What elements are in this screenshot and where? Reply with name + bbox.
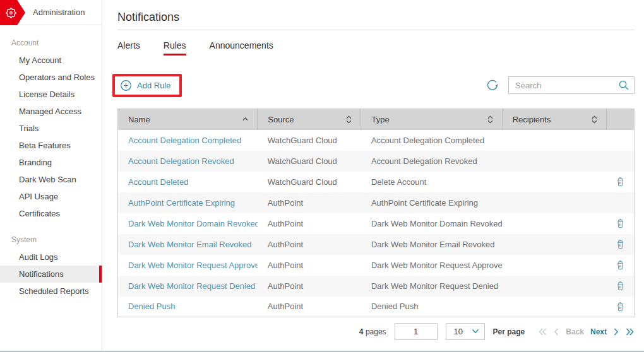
- rule-name-link[interactable]: Dark Web Monitor Domain Revoked: [128, 219, 258, 228]
- rule-type: Denied Push: [361, 296, 502, 317]
- rule-name-link[interactable]: AuthPoint Certificate Expiring: [128, 198, 235, 208]
- double-chevron-right-icon: [625, 327, 635, 336]
- pager-nav: Back Next: [538, 327, 635, 336]
- rule-type: Account Delegation Revoked: [361, 151, 502, 172]
- per-page-select[interactable]: 10: [446, 323, 485, 340]
- per-page-value: 10: [454, 327, 463, 336]
- chevron-right-icon: [613, 327, 619, 336]
- sidebar-item-api-usage[interactable]: API Usage: [0, 188, 102, 205]
- trash-icon: [615, 238, 626, 250]
- gear-icon: [4, 6, 18, 20]
- brand-flag: [0, 0, 25, 25]
- sidebar-section-label: System: [11, 235, 102, 244]
- sidebar-item-notifications[interactable]: Notifications: [0, 266, 102, 283]
- tab-announcements[interactable]: Announcements: [210, 40, 273, 56]
- sidebar-item-label: Branding: [19, 158, 52, 167]
- prev-page-button[interactable]: [554, 327, 559, 336]
- rule-recipients: [502, 276, 606, 296]
- refresh-icon[interactable]: [486, 78, 499, 92]
- delete-rule-button[interactable]: [614, 216, 627, 230]
- rule-source: AuthPoint: [258, 192, 361, 213]
- rule-recipients: [502, 234, 606, 255]
- sort-icon: [590, 115, 599, 124]
- sidebar-item-trials[interactable]: Trials: [0, 120, 102, 137]
- delete-rule-button[interactable]: [614, 237, 627, 251]
- sidebar-item-operators-and-roles[interactable]: Operators and Roles: [0, 69, 102, 86]
- page-number-input[interactable]: [395, 323, 438, 340]
- rule-recipients: [502, 192, 606, 213]
- toolbar: Add Rule: [117, 71, 635, 100]
- rule-source: WatchGuard Cloud: [258, 130, 361, 151]
- column-header-type[interactable]: Type: [361, 109, 502, 130]
- sidebar-item-beta-features[interactable]: Beta Features: [0, 137, 102, 154]
- rule-type: Dark Web Monitor Request Approved: [361, 255, 502, 276]
- sort-ascending-icon: [241, 115, 249, 123]
- rule-recipients: [502, 255, 606, 276]
- rule-name-link[interactable]: Account Delegation Revoked: [128, 156, 234, 166]
- table-row: Account Delegation Revoked WatchGuard Cl…: [118, 151, 635, 172]
- column-header-source[interactable]: Source: [258, 109, 361, 130]
- table-row: Denied Push AuthPoint Denied Push: [118, 296, 635, 317]
- sidebar-item-label: Operators and Roles: [19, 73, 95, 82]
- column-header-label: Name: [128, 115, 150, 124]
- add-rule-label: Add Rule: [137, 81, 170, 90]
- sidebar-header: Administration: [0, 0, 102, 25]
- per-page-label: Per page: [493, 327, 525, 336]
- first-page-button[interactable]: [538, 327, 547, 336]
- back-button[interactable]: Back: [566, 327, 584, 336]
- rule-type: Dark Web Monitor Email Revoked: [361, 234, 502, 255]
- rule-source: AuthPoint: [258, 296, 361, 317]
- tab-alerts[interactable]: Alerts: [117, 40, 140, 56]
- column-header-name[interactable]: Name: [118, 109, 258, 130]
- rule-name-link[interactable]: Dark Web Monitor Request Approved: [128, 261, 258, 270]
- rule-source: AuthPoint: [258, 276, 361, 296]
- delete-rule-button[interactable]: [614, 299, 627, 314]
- title-divider: [117, 30, 635, 30]
- delete-rule-button[interactable]: [614, 278, 627, 293]
- rule-name-link[interactable]: Account Deleted: [128, 177, 188, 187]
- trash-icon: [615, 175, 626, 187]
- delete-rule-button[interactable]: [614, 257, 627, 272]
- plus-circle-icon: [120, 79, 132, 91]
- sidebar-item-branding[interactable]: Branding: [0, 154, 102, 171]
- sidebar-item-certificates[interactable]: Certificates: [0, 205, 102, 222]
- search-input[interactable]: [508, 76, 635, 94]
- add-rule-button[interactable]: Add Rule: [120, 79, 170, 91]
- rule-source: AuthPoint: [258, 234, 361, 255]
- next-button[interactable]: Next: [590, 327, 607, 336]
- rule-name-link[interactable]: Denied Push: [128, 302, 175, 311]
- rule-name-link[interactable]: Account Delegation Completed: [128, 136, 241, 145]
- column-header-recipients[interactable]: Recipients: [502, 109, 606, 130]
- sidebar-section: Account My Account Operators and Roles L…: [0, 38, 102, 222]
- table-row: Dark Web Monitor Request Approved AuthPo…: [118, 255, 635, 276]
- trash-icon: [615, 300, 626, 312]
- pagination: 4 pages 10 Per page Back Next: [117, 323, 635, 340]
- rule-name-link[interactable]: Dark Web Monitor Request Denied: [128, 281, 255, 291]
- sidebar-item-audit-logs[interactable]: Audit Logs: [0, 249, 102, 266]
- rule-name-link[interactable]: Dark Web Monitor Email Revoked: [128, 240, 252, 249]
- sidebar-item-scheduled-reports[interactable]: Scheduled Reports: [0, 283, 102, 300]
- sidebar-item-label: Managed Access: [19, 107, 81, 116]
- last-page-button[interactable]: [625, 327, 635, 336]
- delete-rule-button[interactable]: [614, 174, 627, 189]
- tab-rules[interactable]: Rules: [164, 40, 186, 56]
- sidebar-item-dark-web-scan[interactable]: Dark Web Scan: [0, 171, 102, 188]
- next-page-chevron-button[interactable]: [613, 327, 619, 336]
- sidebar-item-managed-access[interactable]: Managed Access: [0, 103, 102, 120]
- sidebar-item-license-details[interactable]: License Details: [0, 86, 102, 103]
- sidebar-item-my-account[interactable]: My Account: [0, 52, 102, 69]
- rule-source: AuthPoint: [258, 255, 361, 276]
- pages-word: pages: [366, 327, 386, 336]
- table-row: Dark Web Monitor Domain Revoked AuthPoin…: [118, 213, 635, 234]
- trash-icon: [615, 217, 626, 229]
- rule-type: Account Delegation Completed: [361, 130, 502, 151]
- main-content: Notifications AlertsRulesAnnouncements A…: [103, 0, 644, 352]
- sidebar-sections: Account My Account Operators and Roles L…: [0, 38, 102, 300]
- column-header-label: Recipients: [513, 115, 551, 124]
- rule-recipients: [502, 172, 606, 192]
- tab-bar: AlertsRulesAnnouncements: [117, 40, 635, 58]
- sidebar: Administration Account My Account Operat…: [0, 0, 102, 352]
- add-rule-highlight-annotation: Add Rule: [112, 74, 182, 97]
- sidebar-section-label: Account: [11, 38, 102, 47]
- sidebar-item-label: Notifications: [19, 269, 64, 279]
